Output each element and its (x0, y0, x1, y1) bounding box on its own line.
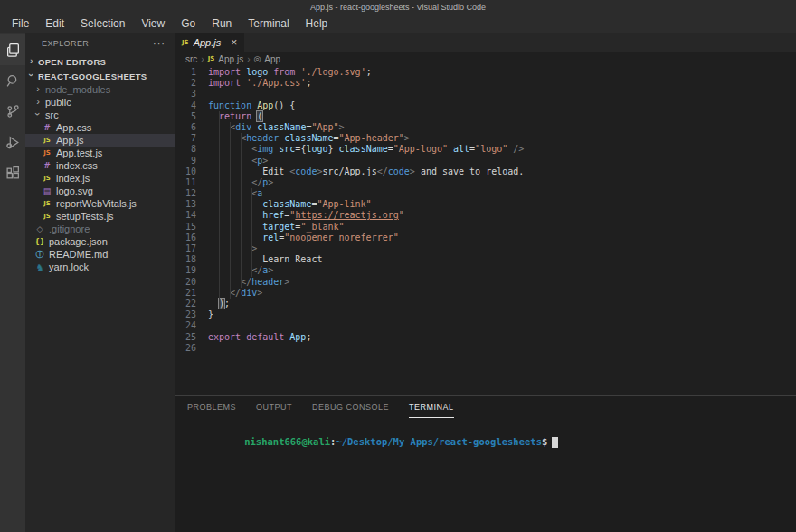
code-line-23: 23} (175, 309, 796, 320)
open-editors-section[interactable]: › OPEN EDITORS (25, 54, 175, 69)
code-line-21: 21 </div> (175, 288, 796, 299)
tree-item-package-json[interactable]: {}package.json (25, 235, 175, 248)
menu-item-file[interactable]: File (4, 15, 37, 32)
menu-item-selection[interactable]: Selection (72, 15, 133, 32)
chevron-down-icon: › (33, 110, 43, 118)
line-number: 22 (175, 299, 196, 309)
file-tree: ›node_modules›public›src#App.cssJSApp.js… (25, 83, 175, 273)
search-icon[interactable] (0, 65, 25, 96)
breadcrumb-symbol[interactable]: App (264, 54, 280, 64)
editor-group: JS App.js × src › JS App.js › ◎ App 1imp… (175, 33, 796, 532)
tree-item-node-modules[interactable]: ›node_modules (25, 83, 175, 96)
menu-item-help[interactable]: Help (298, 15, 336, 32)
titlebar: App.js - react-googlesheets - Visual Stu… (0, 0, 796, 14)
menu-item-run[interactable]: Run (204, 15, 240, 32)
line-number: 13 (175, 199, 196, 210)
bottom-panel: PROBLEMSOUTPUTDEBUG CONSOLETERMINAL nish… (175, 395, 796, 532)
css-file-icon: # (42, 161, 52, 170)
tree-item-app-test-js[interactable]: JSApp.test.js (25, 147, 175, 159)
tree-item-label: README.md (49, 249, 108, 260)
terminal-cursor (552, 437, 558, 448)
chevron-right-icon: › (34, 96, 42, 107)
code-line-7: 7 <header className="App-header"> (175, 133, 796, 144)
tree-item-label: index.css (56, 160, 98, 171)
git-file-icon: ◇ (34, 224, 45, 233)
breadcrumb[interactable]: src › JS App.js › ◎ App (175, 52, 796, 65)
line-number: 9 (175, 156, 196, 166)
breadcrumb-src[interactable]: src (185, 54, 197, 64)
line-number: 18 (175, 254, 196, 265)
menu-item-view[interactable]: View (133, 15, 173, 32)
line-number: 3 (175, 89, 196, 100)
run-debug-icon[interactable] (0, 127, 25, 157)
code-line-6: 6 <div className="App"> (175, 122, 796, 133)
panel-tab-problems[interactable]: PROBLEMS (187, 396, 236, 418)
tree-item-public[interactable]: ›public (25, 96, 175, 109)
code-line-24: 24 (175, 320, 796, 331)
tree-item-label: public (45, 97, 71, 108)
more-actions-icon[interactable]: ··· (153, 38, 166, 49)
code-line-20: 20 </header> (175, 277, 796, 288)
close-tab-icon[interactable]: × (231, 36, 237, 49)
tree-item--gitignore[interactable]: ◇.gitignore (25, 223, 175, 235)
breadcrumb-file[interactable]: App.js (218, 54, 243, 64)
menu-item-edit[interactable]: Edit (37, 15, 72, 32)
code-editor[interactable]: 1import logo from './logo.svg';2import '… (175, 65, 796, 395)
line-number: 24 (175, 320, 196, 331)
line-number: 15 (175, 222, 196, 233)
line-number: 19 (175, 265, 196, 276)
menu-item-terminal[interactable]: Terminal (240, 15, 297, 32)
source-control-icon[interactable] (0, 96, 25, 127)
project-root-section[interactable]: › REACT-GOOGLESHEETS (25, 69, 175, 83)
line-number: 1 (175, 67, 196, 78)
tab-label: App.js (194, 37, 222, 48)
terminal[interactable]: nishant666@kali:~/Desktop/My Apps/react-… (175, 418, 796, 459)
line-number: 2 (175, 78, 196, 89)
chevron-right-icon: › (201, 54, 204, 64)
code-line-16: 16 rel="noopener noreferrer" (175, 233, 796, 243)
extensions-icon[interactable] (0, 157, 25, 188)
panel-tab-debug-console[interactable]: DEBUG CONSOLE (312, 396, 389, 418)
tree-item-src[interactable]: ›src (25, 109, 175, 121)
tree-item-label: App.js (56, 135, 84, 146)
line-number: 11 (175, 177, 196, 188)
line-number: 5 (175, 111, 196, 122)
tree-item-readme-md[interactable]: ⓘREADME.md (25, 248, 175, 261)
line-number: 8 (175, 144, 196, 155)
code-line-13: 13 className="App-link" (175, 199, 796, 210)
menu-item-go[interactable]: Go (173, 15, 204, 32)
tree-item-yarn-lock[interactable]: ♞yarn.lock (25, 261, 175, 273)
line-number: 4 (175, 100, 196, 111)
line-number: 17 (175, 243, 196, 254)
explorer-icon[interactable] (0, 34, 25, 65)
line-number: 21 (175, 288, 196, 299)
sidebar-header: EXPLORER ··· (25, 33, 175, 54)
chevron-right-icon: › (28, 55, 35, 66)
tree-item-label: App.css (56, 122, 91, 133)
code-line-3: 3 (175, 89, 796, 100)
code-line-5: 5 return ( (175, 111, 796, 122)
code-line-19: 19 </a> (175, 265, 796, 276)
code-line-18: 18 Learn React (175, 254, 796, 265)
menubar: FileEditSelectionViewGoRunTerminalHelp (0, 14, 796, 33)
tree-item-index-css[interactable]: #index.css (25, 159, 175, 172)
tree-item-label: yarn.lock (49, 261, 89, 272)
panel-tab-terminal[interactable]: TERMINAL (409, 396, 454, 418)
panel-tab-output[interactable]: OUTPUT (256, 396, 292, 418)
line-number: 14 (175, 210, 196, 221)
tree-item-logo-svg[interactable]: ▤logo.svg (25, 185, 175, 197)
tree-item-index-js[interactable]: JSindex.js (25, 172, 175, 185)
tree-item-app-css[interactable]: #App.css (25, 121, 175, 134)
js-file-icon: JS (42, 175, 52, 182)
tree-item-label: setupTests.js (56, 211, 114, 222)
tree-item-setuptests-js[interactable]: JSsetupTests.js (25, 210, 175, 223)
line-number: 26 (175, 343, 196, 354)
tree-item-reportwebvitals-js[interactable]: JSreportWebVitals.js (25, 197, 175, 210)
tree-item-label: index.js (56, 173, 90, 184)
code-line-4: 4function App() { (175, 100, 796, 111)
tree-item-label: src (45, 109, 59, 120)
tab-appjs[interactable]: JS App.js × (175, 33, 244, 52)
tree-item-app-js[interactable]: JSApp.js (25, 134, 175, 147)
svg-file-icon: ▤ (42, 186, 52, 195)
code-line-26: 26 (175, 343, 796, 354)
